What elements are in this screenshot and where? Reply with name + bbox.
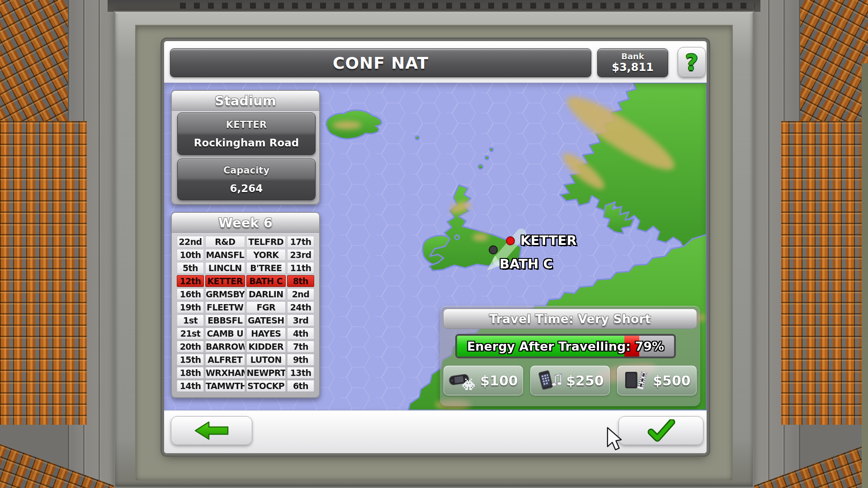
back-button[interactable] bbox=[171, 416, 252, 445]
map-isle bbox=[490, 148, 493, 151]
away-team-cell: BATH C bbox=[246, 275, 286, 287]
fixture-row: 19th FLEETW FGR 24th bbox=[177, 301, 314, 313]
phone-music-icon bbox=[536, 370, 562, 391]
fixture-row: 20th BARROW KIDDER 7th bbox=[177, 341, 314, 352]
bank-value: $3,811 bbox=[612, 61, 654, 74]
away-position-cell: 7th bbox=[287, 341, 314, 352]
home-team-cell: ALFRET bbox=[205, 354, 245, 366]
back-row-seat-dots bbox=[180, 3, 755, 9]
green-checkmark-icon bbox=[646, 419, 675, 442]
handheld-game-console-icon bbox=[448, 370, 476, 391]
fixture-row: 14th TAMWTH STOCKP 6th bbox=[177, 380, 314, 392]
fixture-row: 12th KETTER BATH C 8th bbox=[177, 275, 314, 287]
travel-time-header: Travel Time: Very Short bbox=[443, 309, 697, 329]
away-position-cell: 4th bbox=[287, 328, 314, 339]
screen-footer bbox=[164, 410, 707, 453]
stadium-stand-right bbox=[754, 0, 868, 488]
home-position-cell: 15th bbox=[177, 354, 204, 366]
away-team-cell: FGR bbox=[246, 301, 286, 313]
home-position-cell: 16th bbox=[177, 288, 204, 300]
away-team-cell: STOCKP bbox=[246, 380, 286, 392]
home-position-cell: 12th bbox=[177, 275, 204, 287]
question-mark-icon: ? bbox=[685, 50, 698, 75]
home-position-cell: 14th bbox=[177, 380, 204, 392]
map-isle bbox=[415, 136, 419, 140]
mountains-pennines bbox=[472, 234, 489, 241]
travel-panel: Travel Time: Very Short Energy After Tra… bbox=[440, 306, 700, 406]
buy-game-console-button[interactable]: $100 bbox=[443, 366, 523, 395]
capacity-value: 6,264 bbox=[230, 179, 263, 197]
away-position-cell: 3rd bbox=[287, 314, 314, 326]
capacity-label: Capacity bbox=[223, 161, 269, 179]
map-isle bbox=[478, 164, 483, 169]
away-position-cell: 8th bbox=[287, 275, 314, 287]
home-town-label: KETTER bbox=[520, 233, 577, 248]
home-position-cell: 1st bbox=[177, 314, 204, 326]
home-town-dot bbox=[506, 237, 514, 245]
away-team-cell: NEWPRT bbox=[246, 367, 286, 379]
map-isle bbox=[485, 156, 489, 160]
help-button[interactable]: ? bbox=[678, 47, 706, 77]
home-team-cell: CAMB U bbox=[205, 328, 245, 339]
home-position-cell: 18th bbox=[177, 367, 204, 379]
stadium-stand-left bbox=[0, 0, 114, 488]
stadium-panel-title: Stadium bbox=[215, 93, 276, 108]
home-position-cell: 20th bbox=[177, 341, 204, 352]
fixture-row: 15th ALFRET LUTON 9th bbox=[177, 354, 314, 366]
home-team-cell: LINCLN bbox=[205, 262, 245, 274]
home-team-cell: GRMSBY bbox=[205, 288, 245, 300]
stadium-name-box: KETTER Rockingham Road bbox=[177, 113, 316, 155]
pitch-edge-sliver bbox=[862, 63, 868, 488]
away-town-dot bbox=[489, 246, 497, 254]
home-team-cell: TAMWTH bbox=[205, 380, 245, 392]
fixtures-panel-header: Week 6 bbox=[172, 213, 319, 233]
screen-frame: CONF NAT Bank $3,811 ? bbox=[114, 11, 754, 488]
away-team-cell: KIDDER bbox=[246, 341, 286, 352]
movie-price: $500 bbox=[653, 373, 691, 389]
away-team-cell: DARLIN bbox=[246, 288, 286, 300]
away-team-cell: GATESH bbox=[246, 314, 286, 326]
fixture-row: 5th LINCLN B'TREE 11th bbox=[177, 262, 314, 274]
home-team-cell: KETTER bbox=[205, 275, 245, 287]
home-position-cell: 10th bbox=[177, 249, 204, 261]
screen-header: CONF NAT Bank $3,811 ? bbox=[164, 41, 707, 83]
travel-time-title: Travel Time: Very Short bbox=[489, 312, 651, 326]
bank-label: Bank bbox=[621, 52, 644, 61]
confirm-button[interactable] bbox=[618, 416, 703, 445]
stadium-capacity-box: Capacity 6,264 bbox=[177, 159, 316, 200]
stadium-name: Rockingham Road bbox=[194, 134, 299, 152]
europe-map: KETTER BATH C Stadium KETTER Rockingham … bbox=[164, 83, 707, 410]
away-team-cell: HAYES bbox=[246, 328, 286, 339]
mountains-iceland bbox=[333, 121, 362, 129]
stand-seat-columns bbox=[781, 121, 868, 425]
page-title: CONF NAT bbox=[333, 54, 429, 72]
home-team-cell: BARROW bbox=[205, 341, 245, 352]
away-position-cell: 13th bbox=[287, 367, 314, 379]
home-team-cell: R&D bbox=[205, 236, 245, 248]
fixture-row: 21st CAMB U HAYES 4th bbox=[177, 328, 314, 339]
movie-film-icon bbox=[623, 370, 649, 391]
home-position-cell: 5th bbox=[177, 262, 204, 274]
game-root: CONF NAT Bank $3,811 ? bbox=[0, 0, 868, 488]
fixture-row: 1st EBBSFL GATESH 3rd bbox=[177, 314, 314, 326]
league-title-bar: CONF NAT bbox=[170, 48, 591, 77]
away-position-cell: 2nd bbox=[287, 288, 314, 300]
bank-balance: Bank $3,811 bbox=[597, 48, 668, 77]
home-position-cell: 22nd bbox=[177, 236, 204, 248]
stand-seat-columns bbox=[0, 121, 87, 425]
buy-movie-button[interactable]: $500 bbox=[617, 366, 697, 395]
team-name: KETTER bbox=[226, 116, 267, 134]
home-position-cell: 19th bbox=[177, 301, 204, 313]
away-team-cell: TELFRD bbox=[246, 236, 286, 248]
away-position-cell: 17th bbox=[287, 236, 314, 248]
buy-music-phone-button[interactable]: $250 bbox=[530, 366, 610, 395]
away-position-cell: 24th bbox=[287, 301, 314, 313]
away-town-label: BATH C bbox=[500, 256, 553, 272]
away-position-cell: 9th bbox=[287, 354, 314, 366]
fixture-row: 10th MANSFL YORK 23rd bbox=[177, 249, 314, 261]
home-team-cell: EBBSFL bbox=[205, 314, 245, 326]
home-team-cell: MANSFL bbox=[205, 249, 245, 261]
game-console-price: $100 bbox=[480, 373, 518, 389]
home-position-cell: 21st bbox=[177, 328, 204, 339]
away-position-cell: 6th bbox=[287, 380, 314, 392]
